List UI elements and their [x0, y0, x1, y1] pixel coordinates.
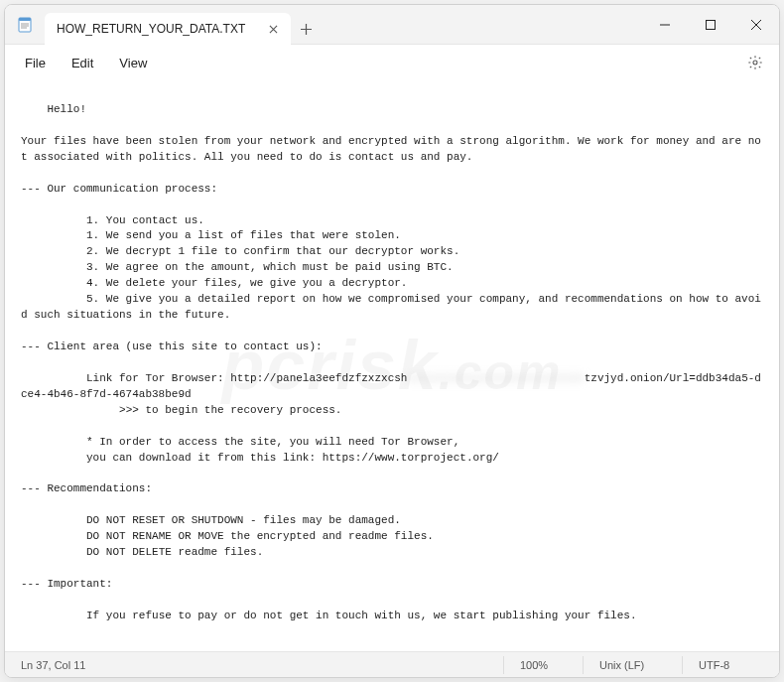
cursor-position: Ln 37, Col 11 — [13, 659, 85, 671]
text-line: If you refuse to pay or do not get in to… — [21, 610, 637, 621]
text-line: 1. We send you a list of files that were… — [21, 229, 401, 241]
titlebar: HOW_RETURN_YOUR_DATA.TXT — [5, 5, 779, 45]
close-tab-icon[interactable] — [265, 21, 281, 37]
text-line: --- Important: — [21, 578, 112, 590]
watermark: pcrisk.com — [222, 316, 563, 417]
svg-rect-5 — [707, 21, 716, 30]
maximize-button[interactable] — [688, 5, 733, 45]
minimize-button[interactable] — [642, 5, 688, 45]
text-line: you can download it from this link: http… — [21, 452, 499, 464]
text-line: --- Recommendations: — [21, 482, 152, 494]
text-line: 3. We agree on the amount, which must be… — [21, 261, 454, 273]
status-eol: Unix (LF) — [583, 656, 682, 674]
menu-edit[interactable]: Edit — [60, 52, 105, 74]
text-line: 4. We delete your files, we give you a d… — [21, 277, 407, 289]
text-line: Hello! — [47, 103, 86, 115]
close-window-button[interactable] — [733, 5, 779, 45]
text-line: 1. You contact us. — [21, 214, 204, 226]
text-line: * In order to access the site, you will … — [21, 436, 459, 448]
status-encoding: UTF-8 — [682, 656, 771, 674]
text-line: Your files have been stolen from your ne… — [21, 135, 761, 163]
text-line: 2. We decrypt 1 file to confirm that our… — [21, 245, 459, 257]
app-icon — [5, 5, 45, 45]
window-controls — [642, 5, 779, 45]
text-line: --- Our communication process: — [21, 183, 217, 195]
status-zoom[interactable]: 100% — [503, 656, 583, 674]
text-line: --- Client area (use this site to contac… — [21, 341, 323, 352]
text-line: 5. We give you a detailed report on how … — [21, 293, 761, 321]
redacted-text: xxxxxxxxxxxxxxxxxxxxxxxxxxx — [407, 372, 584, 384]
text-line: Link for Tor Browser: http://panela3eefd… — [21, 372, 407, 384]
menu-file[interactable]: File — [13, 52, 58, 74]
svg-rect-1 — [19, 18, 31, 21]
tab-title: HOW_RETURN_YOUR_DATA.TXT — [57, 22, 245, 36]
menu-view[interactable]: View — [107, 52, 159, 74]
menubar: File Edit View — [5, 45, 779, 80]
text-line: DO NOT DELETE readme files. — [21, 546, 263, 558]
text-line: >>> to begin the recovery process. — [21, 404, 341, 416]
gear-icon[interactable] — [739, 47, 771, 78]
text-line: DO NOT RESET OR SHUTDOWN - files may be … — [21, 514, 401, 526]
text-content[interactable]: pcrisk.comHello! Your files have been st… — [5, 80, 779, 651]
svg-point-6 — [753, 61, 757, 65]
statusbar: Ln 37, Col 11 100% Unix (LF) UTF-8 — [5, 651, 779, 677]
notepad-window: HOW_RETURN_YOUR_DATA.TXT File Edit View — [4, 4, 780, 678]
text-line: DO NOT RENAME OR MOVE the encrypted and … — [21, 530, 434, 542]
new-tab-button[interactable] — [291, 13, 321, 45]
document-tab[interactable]: HOW_RETURN_YOUR_DATA.TXT — [45, 13, 291, 45]
